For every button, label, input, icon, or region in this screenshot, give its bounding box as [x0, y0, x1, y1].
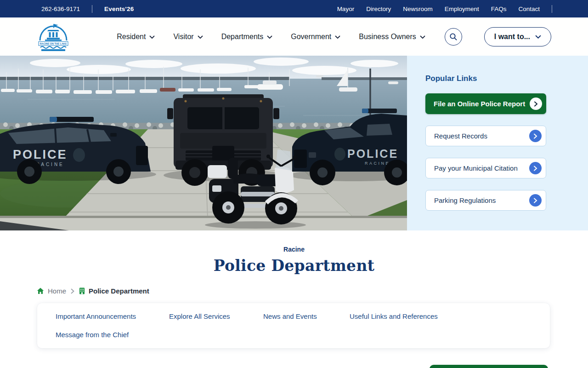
nav-business-owners[interactable]: Business Owners: [359, 33, 425, 41]
page-title-section: Racine Police Department: [0, 230, 588, 275]
utility-bar-left: 262-636-9171 Events'26: [41, 5, 134, 13]
quicklink-important-announcements[interactable]: Important Announcements: [56, 312, 169, 321]
chevron-down-icon: [420, 35, 425, 39]
nav-business-owners-label: Business Owners: [359, 33, 416, 41]
breadcrumb-home[interactable]: Home: [37, 287, 66, 295]
topbar-link-contact[interactable]: Contact: [518, 6, 540, 12]
primary-nav: Resident Visitor Departments Government …: [117, 33, 425, 41]
phone-number[interactable]: 262-636-9171: [41, 6, 80, 12]
nav-resident[interactable]: Resident: [117, 33, 155, 41]
topbar-link-faqs[interactable]: FAQs: [491, 6, 507, 12]
search-icon: [449, 33, 458, 41]
request-records-label: Request Records: [434, 132, 487, 140]
breadcrumb-current-label: Police Department: [89, 287, 149, 295]
quicklink-message-from-chief[interactable]: Message from the Chief: [56, 330, 169, 339]
quick-links-card: Important Announcements Explore All Serv…: [37, 303, 550, 348]
svg-text:POLICE: POLICE: [347, 147, 398, 160]
nav-departments-label: Departments: [221, 33, 264, 41]
popular-links-panel: Popular Links File an Online Police Repo…: [407, 56, 588, 230]
topbar-link-employment[interactable]: Employment: [445, 6, 479, 12]
hero-image: POLICE RACINE: [0, 56, 407, 230]
events-link[interactable]: Events'26: [104, 6, 134, 12]
next-section-button-peek[interactable]: [430, 365, 548, 368]
parking-regulations-button[interactable]: Parking Regulations: [425, 190, 546, 211]
topbar-link-directory[interactable]: Directory: [366, 6, 391, 12]
nav-resident-label: Resident: [117, 33, 146, 41]
arrow-right-icon: [530, 98, 542, 110]
file-police-report-button[interactable]: File an Online Police Report: [425, 93, 546, 114]
nav-departments[interactable]: Departments: [221, 33, 273, 41]
search-button[interactable]: [445, 28, 462, 46]
hero-section: POLICE RACINE: [0, 56, 588, 230]
utility-bar-links: Mayor Directory Newsroom Employment FAQs…: [337, 5, 552, 13]
arrow-right-icon: [529, 194, 542, 207]
chevron-down-icon: [335, 35, 340, 39]
arrow-right-icon: [529, 162, 542, 174]
chevron-down-icon: [198, 35, 203, 39]
chevron-right-icon: [71, 288, 74, 294]
nav-visitor-label: Visitor: [173, 33, 193, 41]
quicklink-explore-all-services[interactable]: Explore All Services: [169, 312, 263, 321]
popular-links-heading: Popular Links: [425, 74, 588, 83]
pay-citation-label: Pay your Municipal Citation: [434, 164, 518, 172]
file-police-report-label: File an Online Police Report: [434, 100, 525, 108]
pay-citation-button[interactable]: Pay your Municipal Citation: [425, 158, 546, 178]
breadcrumb-home-label: Home: [48, 287, 66, 295]
nav-visitor[interactable]: Visitor: [173, 33, 203, 41]
svg-text:RACINE ON THE LAKE: RACINE ON THE LAKE: [40, 42, 67, 45]
topbar-link-newsroom[interactable]: Newsroom: [403, 6, 433, 12]
breadcrumb-current: Police Department: [79, 287, 149, 295]
page-eyebrow: Racine: [0, 246, 588, 253]
building-icon: [79, 288, 85, 294]
utility-bar: 262-636-9171 Events'26 Mayor Directory N…: [0, 0, 588, 17]
breadcrumb: Home Police Department: [37, 287, 588, 295]
quicklink-useful-links-references[interactable]: Useful Links and References: [350, 312, 550, 321]
main-header: RACINE ON THE LAKE Resident Visitor Depa…: [0, 17, 588, 56]
page-title: Police Department: [0, 257, 588, 275]
topbar-divider: [92, 5, 92, 13]
chevron-down-icon: [267, 35, 272, 39]
request-records-button[interactable]: Request Records: [425, 126, 546, 146]
nav-government-label: Government: [291, 33, 331, 41]
topbar-link-mayor[interactable]: Mayor: [337, 6, 355, 12]
quicklink-news-and-events[interactable]: News and Events: [263, 312, 350, 321]
topbar-divider-right: [552, 5, 552, 13]
arrow-right-icon: [529, 130, 542, 142]
city-logo[interactable]: RACINE ON THE LAKE: [37, 22, 70, 52]
parking-regulations-label: Parking Regulations: [434, 196, 496, 204]
hero-photo: POLICE RACINE: [0, 56, 407, 230]
home-icon: [37, 288, 44, 294]
svg-text:POLICE: POLICE: [13, 148, 68, 161]
i-want-to-button[interactable]: I want to...: [484, 27, 551, 46]
chevron-down-icon: [149, 35, 155, 39]
i-want-to-label: I want to...: [494, 33, 530, 41]
svg-text:RACINE: RACINE: [365, 161, 390, 166]
chevron-down-icon: [535, 35, 541, 39]
nav-government[interactable]: Government: [291, 33, 340, 41]
racine-logo-icon: RACINE ON THE LAKE: [37, 22, 70, 52]
